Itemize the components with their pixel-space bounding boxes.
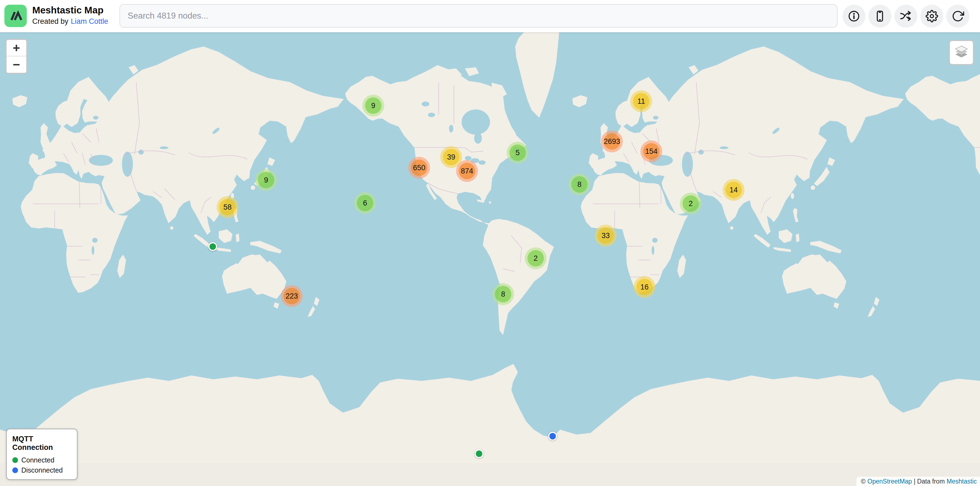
cluster-marker[interactable]: 5	[507, 142, 528, 164]
copyright-symbol: ©	[861, 478, 865, 485]
cluster-marker[interactable]: 16	[633, 276, 655, 298]
cluster-marker[interactable]: 2693	[601, 131, 623, 153]
cluster-marker[interactable]: 8	[568, 174, 590, 195]
meshtastic-logo-icon	[5, 5, 27, 27]
node-marker-connected[interactable]	[208, 242, 217, 251]
osm-link[interactable]: OpenStreetMap	[867, 478, 912, 485]
legend-item-connected: Connected	[12, 456, 72, 464]
legend-label: Disconnected	[21, 466, 63, 474]
cluster-marker[interactable]: 223	[281, 285, 303, 307]
cluster-marker[interactable]: 9	[362, 95, 384, 116]
shuffle-icon	[900, 10, 912, 22]
disconnected-dot-icon	[12, 467, 18, 473]
legend-label: Connected	[21, 456, 54, 464]
settings-button[interactable]	[920, 5, 943, 28]
smartphone-icon	[873, 10, 886, 22]
mqtt-legend: MQTT Connection Connected Disconnected	[6, 429, 78, 480]
legend-title: MQTT Connection	[12, 435, 72, 452]
search-input[interactable]	[119, 4, 838, 28]
meshtastic-link[interactable]: Meshtastic	[947, 478, 977, 485]
node-marker-connected[interactable]	[475, 449, 484, 458]
mobile-app-button[interactable]	[869, 5, 891, 28]
page-title: Meshtastic Map	[32, 5, 108, 16]
cluster-marker[interactable]: 58	[216, 196, 239, 218]
zoom-control: + −	[5, 39, 27, 74]
cluster-marker[interactable]: 33	[595, 225, 617, 247]
app-header: Meshtastic Map Created by Liam Cottle	[0, 0, 980, 32]
cluster-marker[interactable]: 11	[630, 90, 652, 112]
cluster-marker[interactable]: 8	[492, 283, 514, 305]
cluster-marker[interactable]: 2	[525, 247, 547, 269]
map-viewport[interactable]: 939650874511269315481423316282235896	[0, 0, 980, 486]
info-icon	[848, 10, 860, 22]
titleblock: Meshtastic Map Created by Liam Cottle	[32, 5, 108, 27]
cluster-marker[interactable]: 874	[456, 160, 478, 182]
zoom-out-button[interactable]: −	[6, 56, 26, 73]
cluster-marker[interactable]: 650	[408, 157, 430, 179]
byline: Created by Liam Cottle	[32, 16, 108, 27]
refresh-icon	[951, 10, 964, 22]
info-button[interactable]	[842, 5, 865, 28]
gear-icon	[926, 10, 938, 22]
cluster-marker[interactable]: 9	[255, 169, 277, 191]
zoom-in-button[interactable]: +	[6, 40, 26, 56]
layers-control-button[interactable]	[949, 40, 974, 65]
random-node-button[interactable]	[894, 5, 917, 28]
cluster-marker[interactable]: 154	[640, 140, 662, 162]
author-link[interactable]: Liam Cottle	[71, 16, 108, 27]
refresh-button[interactable]	[947, 5, 969, 28]
cluster-marker[interactable]: 14	[723, 179, 745, 201]
cluster-marker[interactable]: 6	[354, 192, 376, 214]
layers-icon	[954, 45, 969, 60]
node-marker-disconnected[interactable]	[548, 432, 557, 441]
map-attribution: © OpenStreetMap | Data from Meshtastic	[856, 477, 980, 486]
byline-prefix: Created by	[32, 16, 68, 27]
connected-dot-icon	[12, 457, 18, 463]
marker-layer: 939650874511269315481423316282235896	[0, 0, 980, 486]
attribution-separator: | Data from	[914, 478, 945, 485]
cluster-marker[interactable]: 2	[680, 193, 702, 215]
legend-item-disconnected: Disconnected	[12, 466, 72, 474]
